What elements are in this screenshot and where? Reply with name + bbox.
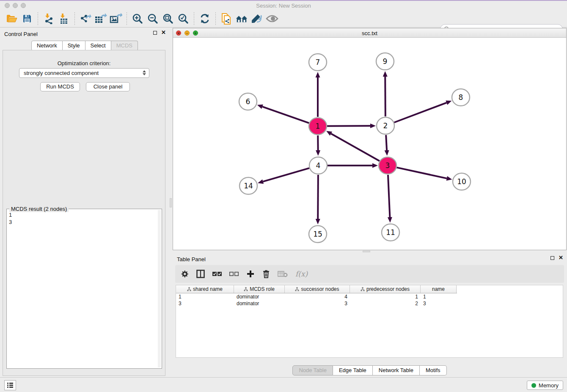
import-table-icon[interactable] (58, 12, 70, 25)
edge-4-15[interactable] (318, 175, 318, 219)
column-visibility-icon[interactable] (196, 269, 205, 279)
table-cell[interactable]: dominator (234, 300, 285, 307)
tab-network-table[interactable]: Network Table (373, 365, 420, 375)
gear-icon[interactable] (180, 269, 189, 279)
export-image-icon[interactable] (110, 12, 122, 25)
node-label-2: 2 (383, 121, 388, 130)
panel-splitter[interactable] (169, 28, 173, 378)
edge-arrowhead (258, 179, 264, 184)
tab-mcds[interactable]: MCDS (111, 41, 138, 51)
edge-1-6[interactable] (262, 107, 309, 123)
node-label-11: 11 (386, 228, 395, 237)
table-cell[interactable]: dominator (234, 293, 285, 300)
hierarchy-icon (361, 287, 365, 291)
table-cell[interactable]: 1 (350, 293, 421, 300)
table-row[interactable]: 3dominator323 (176, 300, 563, 307)
node-label-9: 9 (383, 57, 388, 66)
delete-table-icon[interactable] (278, 269, 288, 279)
table-cell[interactable]: 3 (176, 300, 234, 307)
task-history-button[interactable] (4, 380, 16, 390)
function-builder-icon[interactable]: f(x) (295, 269, 308, 279)
table-cell[interactable]: 1 (176, 293, 234, 300)
float-panel-icon[interactable] (550, 256, 554, 260)
tab-network[interactable]: Network (31, 41, 63, 51)
control-panel: Control Panel ✕ NetworkStyleSelectMCDS O… (0, 28, 169, 378)
import-network-icon[interactable] (42, 12, 55, 25)
column-label: successor nodes (301, 286, 339, 292)
table-cell[interactable]: 4 (285, 293, 350, 300)
node-label-7: 7 (316, 58, 320, 66)
edge-3-10[interactable] (396, 168, 446, 179)
mcds-result-text[interactable]: 1 3 (7, 210, 157, 368)
add-column-icon[interactable] (246, 269, 255, 279)
edge-3-11[interactable] (388, 175, 390, 217)
zoom-in-icon[interactable] (131, 12, 144, 25)
clone-network-icon[interactable] (220, 12, 233, 25)
table-cell[interactable]: 1 (421, 293, 457, 300)
column-header[interactable]: predecessor nodes (350, 285, 421, 293)
apply-layout-icon[interactable] (198, 12, 211, 25)
node-table[interactable]: shared nameMCDS rolesuccessor nodesprede… (176, 285, 563, 358)
tab-node-table[interactable]: Node Table (292, 365, 333, 375)
hierarchy-icon (244, 287, 248, 291)
node-label-10: 10 (457, 177, 466, 186)
first-neighbors-icon[interactable] (235, 12, 248, 25)
node-label-14: 14 (244, 182, 253, 190)
zoom-out-icon[interactable] (146, 12, 159, 25)
save-session-icon[interactable] (21, 12, 33, 25)
float-panel-icon[interactable] (153, 31, 157, 35)
edge-3-1[interactable] (331, 134, 379, 161)
deselect-all-icon[interactable] (229, 269, 239, 279)
open-file-icon[interactable] (6, 12, 18, 25)
tab-style[interactable]: Style (63, 41, 85, 51)
column-header[interactable]: successor nodes (285, 285, 350, 293)
node-label-4: 4 (316, 161, 321, 170)
delete-column-icon[interactable] (262, 269, 270, 279)
column-header[interactable]: name (421, 285, 457, 293)
close-panel-button[interactable]: Close panel (86, 82, 130, 91)
select-all-icon[interactable] (212, 269, 222, 279)
column-header[interactable]: MCDS role (234, 285, 285, 293)
node-label-6: 6 (246, 97, 250, 106)
graph-svg[interactable]: 1234678910111415 (173, 38, 566, 250)
tab-select[interactable]: Select (85, 41, 111, 51)
table-row[interactable]: 1dominator411 (176, 293, 563, 300)
horizontal-splitter-grip[interactable] (363, 251, 370, 252)
toolbar-separator (74, 12, 75, 25)
table-cell[interactable]: 3 (285, 300, 350, 307)
run-mcds-button[interactable]: Run MCDS (40, 82, 80, 91)
export-table-icon[interactable] (94, 12, 107, 25)
close-panel-icon[interactable]: ✕ (559, 256, 563, 260)
show-graphics-details-icon[interactable] (250, 12, 263, 25)
table-panel-title: Table Panel (177, 256, 206, 262)
edge-4-14[interactable] (263, 168, 309, 182)
zoom-fit-icon[interactable] (162, 12, 174, 25)
result-scrollbar[interactable] (158, 210, 161, 367)
hide-graphics-details-icon[interactable] (266, 12, 278, 25)
edge-1-2[interactable] (327, 126, 370, 126)
main-titlebar: Session: New Session (0, 1, 567, 10)
edge-2-8[interactable] (394, 103, 447, 123)
export-network-icon[interactable] (79, 12, 92, 25)
tab-edge-table[interactable]: Edge Table (333, 365, 373, 375)
edge-arrowhead (370, 124, 376, 128)
close-panel-icon[interactable]: ✕ (161, 30, 166, 35)
network-window-titlebar: ✕ − + scc.txt (173, 28, 566, 38)
node-label-1: 1 (316, 122, 320, 130)
table-panel: Table Panel ✕ (173, 253, 567, 377)
table-cell[interactable]: 3 (421, 300, 457, 307)
table-cell[interactable]: 2 (350, 300, 421, 307)
table-toolbar: f(x) (175, 265, 564, 283)
memory-button[interactable]: Memory (527, 381, 563, 390)
node-label-8: 8 (459, 93, 463, 102)
node-label-3: 3 (385, 161, 390, 170)
edge-2-3[interactable] (386, 135, 387, 150)
memory-label: Memory (539, 382, 559, 389)
zoom-selected-icon[interactable] (177, 12, 190, 25)
column-header[interactable]: shared name (176, 285, 234, 293)
network-window-title: scc.txt (173, 30, 566, 36)
tab-motifs[interactable]: Motifs (420, 365, 447, 375)
edge-2-9[interactable] (385, 77, 385, 116)
optimization-criterion-select[interactable]: strongly connected component (19, 68, 149, 78)
splitter-grip[interactable] (170, 198, 172, 207)
